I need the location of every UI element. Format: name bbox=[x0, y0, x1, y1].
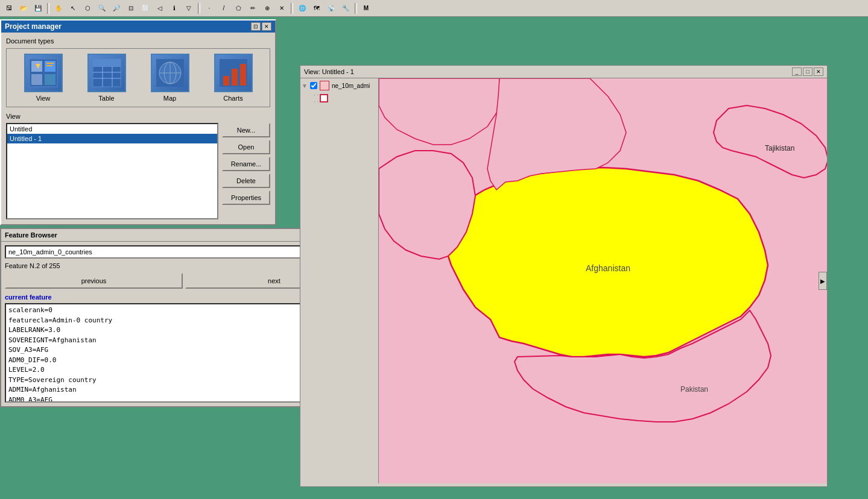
svg-rect-6 bbox=[46, 63, 54, 64]
svg-rect-21 bbox=[223, 76, 229, 86]
map-svg: Tajikistan Afghanistan Pakistan bbox=[379, 78, 827, 482]
view-icon bbox=[24, 54, 63, 92]
toolbar-zoom-sel[interactable]: ⬜ bbox=[139, 2, 152, 15]
view-titlebar-buttons: _ □ ✕ bbox=[792, 67, 823, 76]
toolbar-zoom-in[interactable]: 🔍 bbox=[95, 2, 109, 15]
view-buttons: New... Open Rename... Delete Properties bbox=[222, 123, 270, 219]
toolbar-zoom-ext[interactable]: ⊡ bbox=[124, 2, 138, 15]
layer-dropdown-value: ne_10m_admin_0_countries bbox=[8, 248, 92, 256]
toolbar-open[interactable]: 📂 bbox=[17, 2, 30, 15]
titlebar-buttons: ⊡ ✕ bbox=[251, 22, 271, 31]
previous-button[interactable]: previous bbox=[5, 273, 183, 289]
charts-icon bbox=[214, 54, 253, 92]
rename-button[interactable]: Rename... bbox=[222, 157, 270, 171]
layer-panel: ▼ ne_10m_admi · ·· · bbox=[300, 78, 379, 483]
svg-rect-14 bbox=[93, 59, 121, 66]
delete-button[interactable]: Delete bbox=[222, 174, 270, 188]
view-content: ▼ ne_10m_admi · ·· · bbox=[300, 78, 827, 483]
project-manager: Project manager ⊡ ✕ Document types bbox=[0, 19, 276, 225]
layer-name-label: ne_10m_admi bbox=[332, 83, 370, 89]
properties-button[interactable]: Properties bbox=[222, 190, 270, 205]
toolbar-delete[interactable]: ✕ bbox=[275, 2, 288, 15]
toolbar-layer[interactable]: 🗺 bbox=[310, 2, 323, 15]
toolbar-tools[interactable]: 🔧 bbox=[339, 2, 352, 15]
doc-type-map-label: Map bbox=[163, 95, 176, 102]
toolbar-draw-poly[interactable]: ⬠ bbox=[232, 2, 245, 15]
toolbar-sep3 bbox=[291, 3, 293, 14]
view-window-title: View: Untitled - 1 bbox=[304, 68, 354, 75]
doc-types-frame: View Table bbox=[6, 48, 270, 107]
open-button[interactable]: Open bbox=[222, 140, 270, 154]
map-icon bbox=[151, 54, 189, 92]
pakistan-label: Pakistan bbox=[680, 385, 708, 394]
doc-type-charts[interactable]: Charts bbox=[214, 54, 253, 102]
toolbar-draw-line[interactable]: / bbox=[217, 2, 230, 15]
doc-type-table[interactable]: Table bbox=[87, 54, 126, 102]
doc-type-charts-label: Charts bbox=[223, 95, 242, 102]
toolbar-node[interactable]: ⊕ bbox=[261, 2, 274, 15]
toolbar-m[interactable]: M bbox=[360, 2, 373, 15]
new-button[interactable]: New... bbox=[222, 123, 270, 137]
layer-item-1: ▼ ne_10m_admi bbox=[302, 80, 377, 92]
view-max-btn[interactable]: □ bbox=[803, 67, 813, 76]
project-manager-titlebar: Project manager ⊡ ✕ bbox=[1, 20, 275, 33]
toolbar-save[interactable]: 💾 bbox=[31, 2, 45, 15]
toolbar-sep2 bbox=[198, 3, 200, 14]
toolbar-sep1 bbox=[47, 3, 49, 14]
doc-type-view[interactable]: View bbox=[24, 54, 63, 102]
table-icon bbox=[87, 54, 126, 92]
tajikistan-label: Tajikistan bbox=[765, 144, 794, 152]
feature-browser-title: Feature Browser bbox=[5, 231, 57, 239]
toolbar-filter[interactable]: ▽ bbox=[182, 2, 195, 15]
doc-type-view-label: View bbox=[36, 95, 51, 102]
toolbar-draw-point[interactable]: · bbox=[203, 2, 216, 15]
toolbar-pan[interactable]: ✋ bbox=[52, 2, 65, 15]
view-item-untitled1[interactable]: Untitled - 1 bbox=[7, 134, 217, 143]
layer-color-swatch bbox=[320, 81, 329, 90]
toolbar-info[interactable]: ℹ bbox=[168, 2, 181, 15]
toolbar-select[interactable]: ↖ bbox=[66, 2, 80, 15]
view-list-area: Untitled Untitled - 1 New... Open Rename… bbox=[6, 123, 270, 219]
main-toolbar: 🖫 📂 💾 ✋ ↖ ⬡ 🔍 🔎 ⊡ ⬜ ◁ ℹ ▽ · / ⬠ ✏ ⊕ ✕ 🌐 … bbox=[0, 0, 868, 17]
svg-rect-23 bbox=[240, 64, 246, 86]
project-manager-content: Document types View bbox=[1, 33, 275, 224]
pm-restore-btn[interactable]: ⊡ bbox=[251, 22, 261, 31]
svg-rect-7 bbox=[46, 65, 52, 66]
view-titlebar: View: Untitled - 1 _ □ ✕ bbox=[300, 66, 827, 78]
collapse-panel-btn[interactable]: ▶ bbox=[819, 272, 827, 290]
doc-type-map[interactable]: Map bbox=[151, 54, 189, 102]
view-window: View: Untitled - 1 _ □ ✕ ▼ ne_10m_admi ·… bbox=[300, 65, 828, 487]
doc-types-label: Document types bbox=[6, 37, 270, 45]
toolbar-zoom-out[interactable]: 🔎 bbox=[110, 2, 123, 15]
view-section-label: View bbox=[6, 113, 21, 120]
sublayer-dots: · ·· · bbox=[314, 92, 318, 105]
toolbar-edit[interactable]: ✏ bbox=[246, 2, 259, 15]
layer-visibility-checkbox[interactable] bbox=[310, 82, 317, 89]
doc-type-table-label: Table bbox=[98, 95, 114, 102]
toolbar-select2[interactable]: ⬡ bbox=[81, 2, 94, 15]
svg-rect-3 bbox=[31, 74, 42, 85]
svg-rect-22 bbox=[232, 69, 238, 86]
view-close-btn[interactable]: ✕ bbox=[814, 67, 823, 76]
afghanistan-label: Afghanistan bbox=[586, 263, 630, 273]
toolbar-zoom-prev[interactable]: ◁ bbox=[153, 2, 166, 15]
svg-rect-4 bbox=[45, 74, 55, 85]
toolbar-gps[interactable]: 📡 bbox=[325, 2, 338, 15]
pm-close-btn[interactable]: ✕ bbox=[262, 22, 271, 31]
layer-expand-icon[interactable]: ▼ bbox=[302, 83, 308, 89]
map-area[interactable]: Tajikistan Afghanistan Pakistan ▶ bbox=[379, 78, 827, 483]
sublayer-color bbox=[320, 94, 328, 102]
view-item-untitled[interactable]: Untitled bbox=[7, 124, 217, 134]
view-min-btn[interactable]: _ bbox=[792, 67, 802, 76]
layer-sublayer: · ·· · bbox=[302, 92, 377, 105]
toolbar-new[interactable]: 🖫 bbox=[2, 2, 16, 15]
project-manager-title: Project manager bbox=[5, 22, 62, 31]
toolbar-globe[interactable]: 🌐 bbox=[296, 2, 309, 15]
view-list[interactable]: Untitled Untitled - 1 bbox=[6, 123, 218, 219]
toolbar-sep4 bbox=[355, 3, 357, 14]
